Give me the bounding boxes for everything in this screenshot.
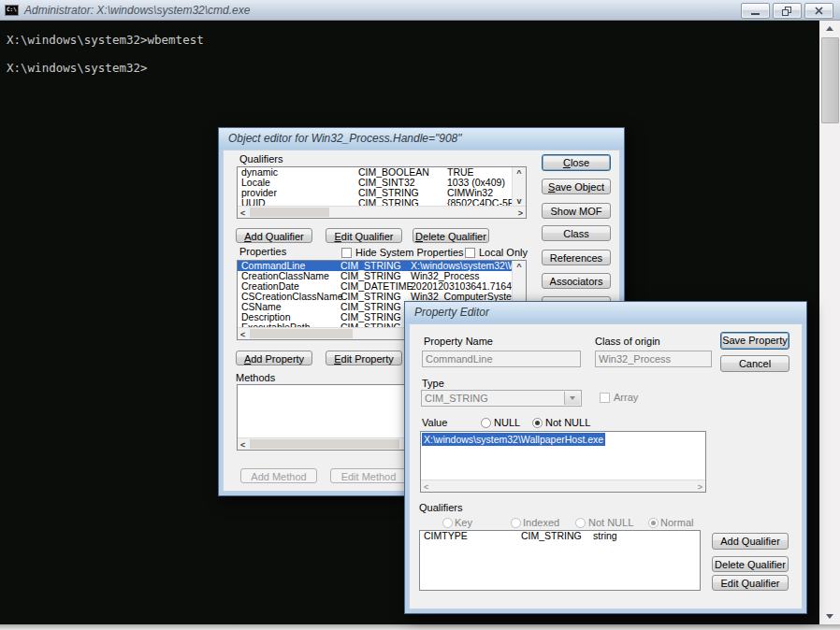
window-bottom-border: [0, 624, 840, 630]
add-property-button[interactable]: Add Property: [236, 351, 312, 365]
hide-system-properties-checkbox[interactable]: [341, 248, 352, 258]
key-radio: [442, 518, 453, 528]
property-editor-dialog: Property Editor Property Name CommandLin…: [404, 301, 807, 614]
add-qualifier-button[interactable]: Add Qualifier: [236, 228, 312, 243]
references-button[interactable]: References: [542, 250, 611, 265]
cmd-titlebar[interactable]: C:\ Administrator: X:\windows\system32\c…: [0, 0, 840, 21]
array-checkbox: [600, 393, 610, 403]
restore-icon: [782, 7, 792, 16]
null-label: NULL: [494, 417, 520, 428]
add-qualifier-button[interactable]: Add Qualifier: [712, 533, 789, 550]
arrow-right-icon: >: [518, 208, 523, 218]
restore-button[interactable]: [773, 3, 802, 19]
arrow-down-icon: v: [513, 196, 526, 206]
edit-qualifier-button[interactable]: Edit Qualifier: [326, 228, 402, 243]
hide-system-properties-label: Hide System Properties: [355, 247, 464, 258]
edit-property-button[interactable]: Edit Property: [326, 351, 402, 365]
arrow-left-icon: <: [240, 208, 245, 218]
local-only-label: Local Only: [479, 247, 528, 258]
cmd-window: C:\ Administrator: X:\windows\system32\c…: [0, 0, 840, 630]
qualifiers-label: Qualifiers: [239, 153, 282, 165]
console-line: X:\windows\system32>: [7, 61, 819, 75]
arrow-right-icon: >: [698, 482, 702, 492]
minimize-button[interactable]: [741, 3, 770, 19]
object-qualifiers-list[interactable]: dynamic CIM_BOOLEAN TRUE Locale CIM_SINT…: [237, 166, 527, 219]
save-property-button[interactable]: Save Property: [720, 332, 789, 350]
normal-label: Normal: [660, 517, 693, 528]
property-qualifiers-list[interactable]: CIMTYPE CIM_STRING string: [419, 530, 701, 591]
indexed-radio: [511, 518, 521, 528]
minimize-icon: [751, 7, 760, 16]
console-line: X:\windows\system32>wbemtest: [7, 33, 819, 47]
delete-qualifier-button[interactable]: Delete Qualifier: [712, 556, 789, 572]
arrow-up-icon: [826, 26, 833, 31]
edit-qualifier-button[interactable]: Edit Qualifier: [712, 575, 789, 591]
property-editor-body: Property Name CommandLine Class of origi…: [409, 323, 803, 609]
delete-qualifier-button[interactable]: Delete Qualifier: [413, 228, 489, 243]
class-button[interactable]: Class: [542, 225, 611, 241]
property-name-field: CommandLine: [422, 351, 581, 367]
cmd-icon: C:\: [5, 5, 19, 16]
scroll-thumb[interactable]: [250, 329, 353, 338]
indexed-label: Indexed: [523, 517, 559, 528]
console-scrollbar[interactable]: [819, 21, 840, 624]
value-horizontal-scrollbar[interactable]: <>: [421, 480, 705, 492]
arrow-left-icon: <: [424, 482, 428, 492]
property-name-label: Property Name: [424, 336, 493, 347]
arrow-left-icon: <: [240, 440, 245, 450]
add-method-button: Add Method: [240, 468, 317, 483]
dropdown-arrow-icon: [564, 392, 580, 405]
list-horizontal-scrollbar[interactable]: <>: [238, 206, 526, 218]
properties-label: Properties: [239, 246, 286, 257]
class-of-origin-field: Win32_Process: [595, 351, 712, 367]
class-of-origin-label: Class of origin: [595, 336, 660, 347]
console-line: [7, 47, 819, 61]
qualifier-not-null-radio: [575, 518, 586, 528]
not-null-label: Not NULL: [545, 417, 590, 428]
arrow-left-icon: <: [240, 330, 245, 339]
methods-label: Methods: [236, 372, 275, 383]
list-vertical-scrollbar[interactable]: ^v: [512, 167, 526, 206]
object-editor-titlebar[interactable]: Object editor for Win32_Process.Handle="…: [219, 128, 624, 150]
show-mof-button[interactable]: Show MOF: [542, 203, 611, 219]
scroll-up-button[interactable]: [819, 21, 840, 36]
scroll-thumb[interactable]: [250, 439, 399, 449]
normal-radio: [648, 518, 659, 528]
close-object-button[interactable]: Close: [542, 154, 611, 171]
null-radio[interactable]: [481, 418, 491, 428]
associators-button[interactable]: Associators: [542, 273, 611, 289]
type-dropdown: CIM_STRING: [421, 390, 582, 407]
array-label: Array: [614, 392, 638, 403]
arrow-up-icon: ^: [513, 262, 526, 271]
scroll-down-button[interactable]: [819, 609, 840, 624]
edit-method-button: Edit Method: [330, 468, 407, 483]
cmd-window-title: Administrator: X:\windows\system32\cmd.e…: [24, 4, 250, 17]
key-label: Key: [455, 517, 472, 528]
value-label: Value: [422, 417, 447, 428]
qualifier-not-null-label: Not NULL: [588, 517, 633, 528]
value-textarea[interactable]: X:\windows\system32\WallpaperHost.exe <>: [420, 431, 706, 493]
close-button[interactable]: [804, 3, 833, 19]
scroll-thumb[interactable]: [821, 37, 839, 123]
qualifier-row[interactable]: CIMTYPE CIM_STRING string: [420, 531, 700, 541]
type-label: Type: [422, 378, 444, 389]
local-only-checkbox[interactable]: [465, 248, 475, 258]
close-icon: [815, 7, 824, 15]
cancel-button[interactable]: Cancel: [720, 355, 789, 372]
not-null-radio[interactable]: [532, 418, 543, 428]
save-object-button[interactable]: Save Object: [542, 179, 611, 194]
scroll-thumb[interactable]: [250, 208, 329, 217]
arrow-down-icon: [826, 614, 833, 619]
arrow-up-icon: ^: [513, 168, 526, 178]
selected-value-text: X:\windows\system32\WallpaperHost.exe: [422, 433, 605, 446]
property-editor-titlebar[interactable]: Property Editor: [405, 302, 806, 323]
qualifiers-label: Qualifiers: [419, 502, 462, 513]
